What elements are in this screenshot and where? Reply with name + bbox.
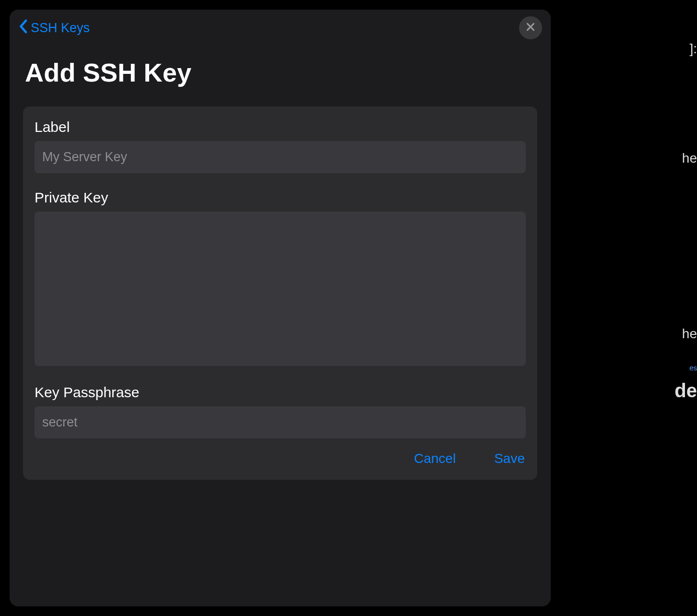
form-button-row: Cancel Save <box>35 447 526 470</box>
private-key-field-group: Private Key <box>35 190 526 368</box>
close-icon <box>525 22 536 34</box>
label-field-group: Label <box>35 119 526 173</box>
passphrase-field-group: Key Passphrase <box>35 384 526 438</box>
chevron-left-icon <box>18 19 28 37</box>
form-card: Label Private Key Key Passphrase Cancel … <box>23 107 537 480</box>
page-title: Add SSH Key <box>10 39 551 107</box>
save-button[interactable]: Save <box>494 451 525 466</box>
cancel-button[interactable]: Cancel <box>414 451 456 466</box>
add-ssh-key-modal: SSH Keys Add SSH Key Label Private Key K… <box>10 10 551 606</box>
back-link-label: SSH Keys <box>31 21 90 36</box>
passphrase-field-label: Key Passphrase <box>35 384 526 401</box>
modal-header: SSH Keys <box>10 10 551 39</box>
label-input[interactable] <box>35 141 526 173</box>
back-to-ssh-keys-link[interactable]: SSH Keys <box>18 19 90 37</box>
close-button[interactable] <box>519 16 542 39</box>
passphrase-input[interactable] <box>35 406 526 438</box>
private-key-field-label: Private Key <box>35 190 526 206</box>
background-obscured-content: ]: he he es de <box>553 0 697 616</box>
label-field-label: Label <box>35 119 526 135</box>
private-key-textarea[interactable] <box>35 212 526 366</box>
